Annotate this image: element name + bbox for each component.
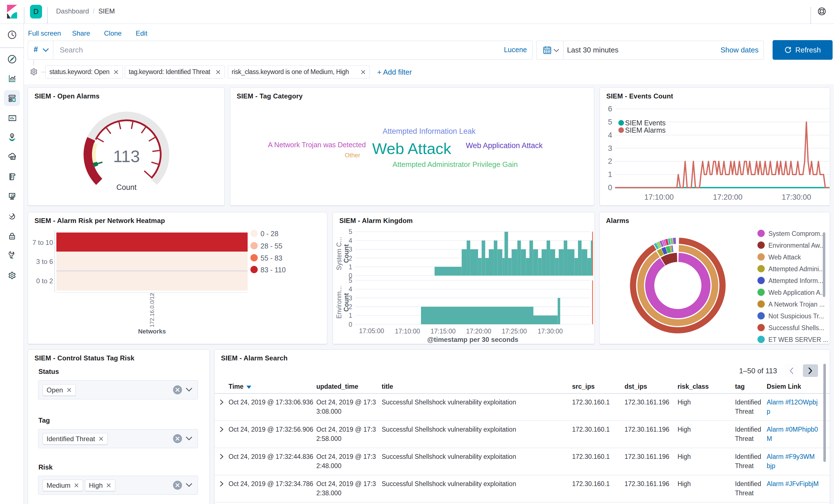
svg-text:SIEM Events: SIEM Events xyxy=(625,119,666,127)
svg-text:4: 4 xyxy=(349,237,352,244)
svg-text:3: 3 xyxy=(608,144,612,153)
svg-text:System C...: System C... xyxy=(335,237,343,270)
svg-text:6: 6 xyxy=(608,105,612,113)
svg-text:1: 1 xyxy=(349,263,352,271)
svg-text:0: 0 xyxy=(349,321,352,328)
svg-text:172.16.0.0/12: 172.16.0.0/12 xyxy=(149,293,155,327)
svg-text:17:20:00: 17:20:00 xyxy=(713,193,742,201)
svg-text:17:10:00: 17:10:00 xyxy=(644,193,674,201)
svg-text:Count: Count xyxy=(343,293,350,312)
svg-text:Count: Count xyxy=(343,244,350,263)
svg-text:@timestamp per 30 seconds: @timestamp per 30 seconds xyxy=(427,336,519,343)
svg-text:5: 5 xyxy=(608,118,612,126)
svg-text:0: 0 xyxy=(608,183,612,192)
svg-text:1: 1 xyxy=(349,312,352,319)
svg-text:17:25:00: 17:25:00 xyxy=(502,328,527,335)
svg-text:5: 5 xyxy=(349,228,352,235)
svg-text:SIEM Alarms: SIEM Alarms xyxy=(625,126,665,134)
svg-text:5: 5 xyxy=(349,277,352,284)
svg-text:4: 4 xyxy=(349,286,352,293)
svg-text:17:30:00: 17:30:00 xyxy=(537,328,563,335)
svg-text:1: 1 xyxy=(608,170,612,179)
svg-text:17:05:00: 17:05:00 xyxy=(359,327,384,335)
svg-text:17:10:00: 17:10:00 xyxy=(395,328,420,335)
svg-text:4: 4 xyxy=(608,131,612,139)
svg-text:17:30:00: 17:30:00 xyxy=(782,193,811,201)
svg-text:17:15:00: 17:15:00 xyxy=(431,328,456,335)
svg-text:17:20:00: 17:20:00 xyxy=(466,328,491,335)
svg-text:2: 2 xyxy=(608,157,612,166)
svg-text:Environm...: Environm... xyxy=(335,286,343,319)
